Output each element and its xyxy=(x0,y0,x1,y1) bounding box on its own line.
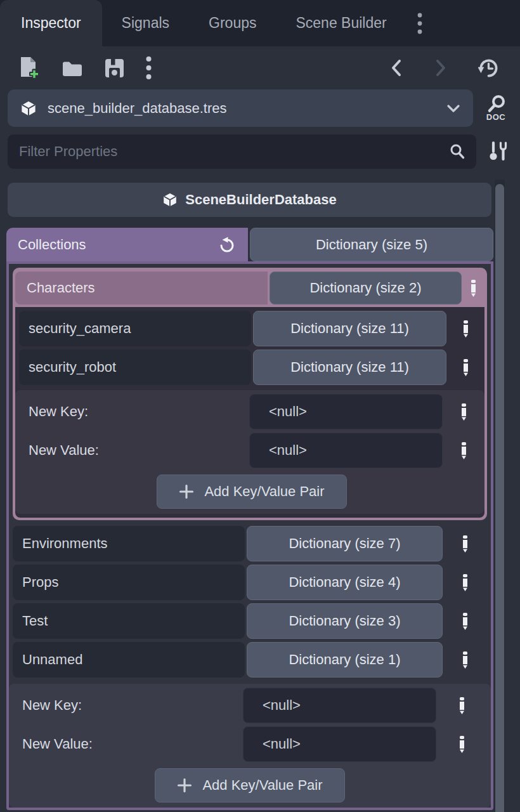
history-forward-button[interactable] xyxy=(434,58,448,77)
dict-entry-row: security_robot Dictionary (size 11) xyxy=(19,350,484,385)
edit-entry-button[interactable] xyxy=(458,356,473,379)
characters-key-row: Characters Dictionary (size 2) xyxy=(15,270,484,306)
pencil-icon xyxy=(457,735,467,753)
resource-extra-options-button[interactable] xyxy=(146,55,152,81)
history-back-button[interactable] xyxy=(389,58,403,77)
edit-entry-button[interactable] xyxy=(458,610,472,632)
pencil-icon xyxy=(461,358,471,376)
tab-label: Scene Builder xyxy=(296,15,386,32)
object-cube-icon xyxy=(162,192,178,207)
pencil-icon xyxy=(469,279,478,297)
load-resource-button[interactable] xyxy=(62,60,83,77)
dict-value-button[interactable]: Dictionary (size 4) xyxy=(247,565,443,600)
edit-entry-button[interactable] xyxy=(458,648,472,671)
revert-property-button[interactable] xyxy=(218,235,237,254)
pencil-icon xyxy=(457,697,467,714)
dict-entry-row: Environments Dictionary (size 7) xyxy=(13,526,487,561)
tab-label: Groups xyxy=(209,15,256,32)
dict-value-button[interactable]: Dictionary (size 11) xyxy=(253,350,446,385)
dict-key-cell: Environments xyxy=(13,526,245,561)
new-key-value-button[interactable]: <null> xyxy=(243,688,436,723)
resource-cube-icon xyxy=(20,100,37,117)
root-entries: Environments Dictionary (size 7) Props D… xyxy=(13,526,487,678)
edit-entry-button[interactable] xyxy=(466,277,481,299)
add-key-value-pair-button[interactable]: Add Key/Value Pair xyxy=(155,768,344,802)
collections-property-label-cell: Collections xyxy=(6,228,248,261)
tab-signals[interactable]: Signals xyxy=(102,0,189,46)
edit-entry-button[interactable] xyxy=(455,733,469,756)
collections-dictionary-panel: Characters Dictionary (size 2) secur xyxy=(6,261,493,810)
dict-value-button[interactable]: Dictionary (size 11) xyxy=(253,311,446,346)
edit-history-button[interactable] xyxy=(478,58,499,79)
filter-properties-input[interactable] xyxy=(18,143,448,160)
tab-label: Inspector xyxy=(21,15,81,32)
edit-entry-button[interactable] xyxy=(455,694,469,717)
dict-key-cell: Test xyxy=(13,603,245,639)
new-key-value-button[interactable]: <null> xyxy=(249,394,443,429)
pencil-icon xyxy=(460,612,470,630)
add-key-value-pair-button[interactable]: Add Key/Value Pair xyxy=(157,475,346,509)
edit-entry-button[interactable] xyxy=(457,439,471,462)
vertical-scrollbar-track[interactable] xyxy=(495,180,505,812)
new-value-label: New Value: xyxy=(19,442,247,459)
dict-value-button[interactable]: Dictionary (size 3) xyxy=(247,603,443,639)
edit-column xyxy=(436,733,487,756)
new-value-row: New Value: <null> xyxy=(13,726,487,762)
dict-key-cell: Props xyxy=(13,565,245,600)
edit-column xyxy=(443,532,487,555)
characters-section: Characters Dictionary (size 2) secur xyxy=(13,268,487,520)
dict-key-cell: security_robot xyxy=(19,350,251,385)
tab-scene-builder[interactable]: Scene Builder xyxy=(276,0,406,46)
edit-entry-button[interactable] xyxy=(458,532,472,555)
edit-entry-button[interactable] xyxy=(458,571,472,594)
tab-inspector[interactable]: Inspector xyxy=(0,0,102,46)
characters-add-section: New Key: <null> New Value: xyxy=(15,390,484,514)
new-value-value-button[interactable]: <null> xyxy=(243,726,436,762)
tab-bar-menu-button[interactable] xyxy=(417,0,422,46)
tab-bar: Inspector Signals Groups Scene Builder xyxy=(0,0,520,46)
dict-key-cell: Unnamed xyxy=(13,642,245,678)
search-online-docs-button[interactable]: DOC xyxy=(479,95,512,122)
filter-box xyxy=(8,134,476,169)
new-key-row: New Key: <null> xyxy=(19,394,484,429)
extra-filter-options-button[interactable] xyxy=(484,141,512,163)
dict-entry-row: security_camera Dictionary (size 11) xyxy=(19,311,484,346)
pencil-icon xyxy=(461,320,471,337)
dict-key-cell: security_camera xyxy=(19,311,251,346)
save-resource-button[interactable] xyxy=(105,58,124,78)
root-add-section: New Key: <null> New Value: <null> xyxy=(9,684,491,808)
edit-entry-button[interactable] xyxy=(458,317,473,340)
pencil-icon xyxy=(459,403,469,421)
add-row: Add Key/Value Pair xyxy=(13,768,487,802)
dict-value-button[interactable]: Dictionary (size 7) xyxy=(247,526,443,561)
new-key-row: New Key: <null> xyxy=(13,688,487,723)
tools-icon xyxy=(488,141,509,163)
filter-row xyxy=(0,134,520,169)
kebab-vertical-icon xyxy=(146,55,152,81)
collections-property-row: Collections Dictionary (size 5) xyxy=(6,228,493,261)
dict-value-button[interactable]: Dictionary (size 1) xyxy=(247,642,443,678)
pencil-icon xyxy=(460,573,470,591)
new-resource-button[interactable] xyxy=(18,56,40,80)
new-key-label: New Key: xyxy=(19,403,247,420)
edit-column xyxy=(446,317,484,340)
pencil-icon xyxy=(460,651,470,669)
edit-column xyxy=(443,400,484,423)
vertical-scrollbar-thumb[interactable] xyxy=(495,184,504,812)
chevron-left-icon xyxy=(389,58,403,77)
add-row: Add Key/Value Pair xyxy=(19,475,484,509)
dict-entry-row: Test Dictionary (size 3) xyxy=(13,603,487,639)
characters-value-button[interactable]: Dictionary (size 2) xyxy=(270,272,462,304)
object-class-name: SceneBuilderDatabase xyxy=(185,192,336,208)
resource-picker[interactable]: scene_builder_database.tres xyxy=(8,89,473,127)
save-icon xyxy=(105,58,124,78)
dict-entry-row: Unnamed Dictionary (size 1) xyxy=(13,642,487,678)
new-value-label: New Value: xyxy=(13,736,241,752)
tab-groups[interactable]: Groups xyxy=(189,0,276,46)
add-button-label: Add Key/Value Pair xyxy=(204,483,324,500)
collections-value-button[interactable]: Dictionary (size 5) xyxy=(250,228,493,261)
edit-entry-button[interactable] xyxy=(457,400,471,423)
new-value-value-button[interactable]: <null> xyxy=(249,433,443,468)
revert-icon xyxy=(218,235,237,254)
chevron-right-icon xyxy=(434,58,448,77)
